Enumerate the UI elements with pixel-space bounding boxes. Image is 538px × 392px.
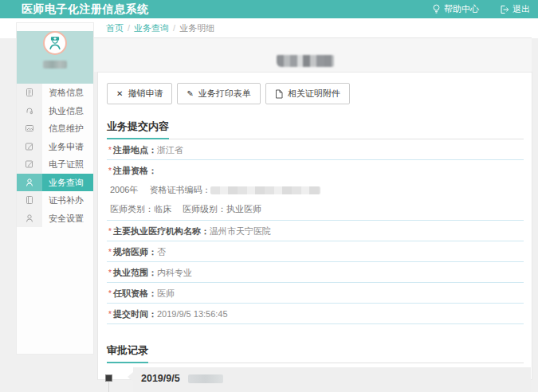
print-form-button[interactable]: ✎ 业务打印表单 [177,83,260,104]
approval-section-title: 审批记录 [107,343,524,363]
redacted-applicant-name [277,55,334,67]
help-center-link[interactable]: 帮助中心 [432,3,479,15]
sidebar-item-label: 电子证照 [42,155,93,174]
document-icon [17,84,42,102]
field-row-register-qualification: *注册资格： 2006年资格证书编码： 医师类别：临床医师级别：执业医师 [107,160,524,221]
sidebar-item-label: 业务申请 [42,138,93,156]
required-mark: * [108,227,112,236]
sidebar-item-label: 执业信息 [42,102,93,120]
field-row-practice-scope: *执业范围：内科专业 [107,262,524,283]
cancel-application-button[interactable]: ✕ 撤销申请 [107,83,172,104]
app-title: 医师电子化注册信息系统 [22,0,149,18]
notebook-icon [17,191,42,210]
sidebar-item-info-maintenance[interactable]: 信息维护 [17,120,93,138]
redacted-cert-code [210,186,320,194]
sidebar-item-certificate-reissue[interactable]: 证书补办 [17,191,93,210]
page-title-bar [94,38,532,72]
required-mark: * [108,310,112,319]
toolbar: ✕ 撤销申请 ✎ 业务打印表单 相关证明附件 [107,83,524,104]
sidebar-item-label: 证书补办 [42,191,93,210]
card-notch [128,372,133,382]
breadcrumb-home[interactable]: 首页 [106,23,124,33]
breadcrumb-business-query[interactable]: 业务查询 [134,23,169,33]
related-attachments-button[interactable]: 相关证明附件 [265,83,350,104]
field-row-position-qualification: *任职资格：医师 [107,283,524,304]
field-row-main-institution: *主要执业医疗机构名称：温州市天宁医院 [107,221,524,241]
sidebar-item-qualification-info[interactable]: 资格信息 [17,84,93,102]
user-profile-panel [17,31,93,84]
pencil-icon: ✎ [187,90,193,98]
field-value: 否 [157,247,166,257]
qualification-line-2: 医师类别：临床医师级别：执业医师 [110,203,524,215]
user-icon [17,210,42,228]
doctor-type-value: 临床 [154,204,171,214]
doctor-type-label: 医师类别： [110,204,154,214]
redacted-user-name [43,61,67,69]
app-window: 医师电子化注册信息系统 帮助中心 退出 首页/业务查询/业务明细 [0,0,538,392]
qualification-year: 2006年 [110,185,138,194]
breadcrumb-separator: / [173,23,175,33]
field-label: 注册地点： [113,145,157,155]
sidebar-item-business-query[interactable]: 业务查询 [17,174,93,192]
breadcrumb: 首页/业务查询/业务明细 [94,18,532,38]
field-value: 浙江省 [157,145,183,155]
x-icon: ✕ [116,90,123,98]
submission-fields: *注册地点：浙江省 *注册资格： 2006年资格证书编码： 医师类别：临床医师级… [107,139,524,324]
submission-section-title: 业务提交内容 [107,120,524,139]
header-actions: 帮助中心 退出 [432,0,530,18]
header-bar: 医师电子化注册信息系统 帮助中心 退出 [0,0,538,18]
sidebar-item-label: 资格信息 [42,84,93,102]
approval-record-card: 2019/9/5 ✔提交成功 [133,367,531,392]
doctor-level-label: 医师级别： [183,204,226,214]
field-value: 医师 [157,288,175,298]
field-row-submit-time: *提交时间：2019/9/5 13:56:45 [107,304,524,324]
logout-link[interactable]: 退出 [500,3,530,15]
approval-date-text: 2019/9/5 [141,373,180,384]
sidebar-item-electronic-certificate[interactable]: 电子证照 [17,155,93,174]
logout-icon [500,5,509,14]
field-value: 2019/9/5 13:56:45 [157,309,228,319]
edit-form-icon [17,138,42,156]
logout-label: 退出 [512,3,530,15]
sidebar-item-label: 业务查询 [42,174,93,192]
sidebar-item-security-settings[interactable]: 安全设置 [17,210,93,228]
sidebar: 资格信息 执业信息 信息维护 业务申请 电子证照 业务查询 [16,22,94,355]
field-value: 温州市天宁医院 [210,226,271,236]
required-mark: * [108,289,112,298]
field-label: 任职资格： [113,288,157,298]
cancel-application-label: 撤销申请 [128,88,163,100]
user-icon [17,174,42,192]
headset-icon [17,102,42,120]
field-label: 主要执业医疗机构名称： [113,226,210,236]
sidebar-item-label: 安全设置 [42,210,93,228]
edit-form-icon [17,155,42,174]
breadcrumb-separator: / [128,23,130,33]
required-mark: * [108,146,112,155]
field-row-resident-doctor: *规培医师：否 [107,241,524,262]
doctor-icon [45,33,65,53]
timeline-marker-icon [105,374,112,382]
timeline-line [108,382,109,392]
sidebar-item-business-application[interactable]: 业务申请 [17,138,93,156]
attachment-doc-icon [275,89,283,99]
doctor-level-value: 执业医师 [226,204,261,214]
print-form-label: 业务打印表单 [198,88,251,100]
required-mark: * [108,269,112,277]
field-label: 注册资格： [113,166,157,175]
lightbulb-icon [432,4,441,14]
sidebar-item-label: 信息维护 [42,120,93,138]
field-row-register-location: *注册地点：浙江省 [107,139,524,160]
approval-date: 2019/9/5 [141,373,523,384]
approval-timeline: 2019/9/5 ✔提交成功 [105,367,531,392]
help-center-label: 帮助中心 [444,3,479,15]
cert-code-label: 资格证书编码： [149,185,210,194]
qualification-line-1: 2006年资格证书编码： [110,184,524,196]
main-panel: ✕ 撤销申请 ✎ 业务打印表单 相关证明附件 业务提交内容 *注册地点：浙江省 … [97,72,532,380]
redacted-approval-detail [188,374,223,383]
field-value: 内科专业 [157,268,192,277]
sidebar-menu: 资格信息 执业信息 信息维护 业务申请 电子证照 业务查询 [17,84,93,227]
field-label: 提交时间： [113,309,157,319]
sidebar-item-practice-info[interactable]: 执业信息 [17,102,93,120]
breadcrumb-current: 业务明细 [179,23,214,33]
avatar [43,31,67,55]
